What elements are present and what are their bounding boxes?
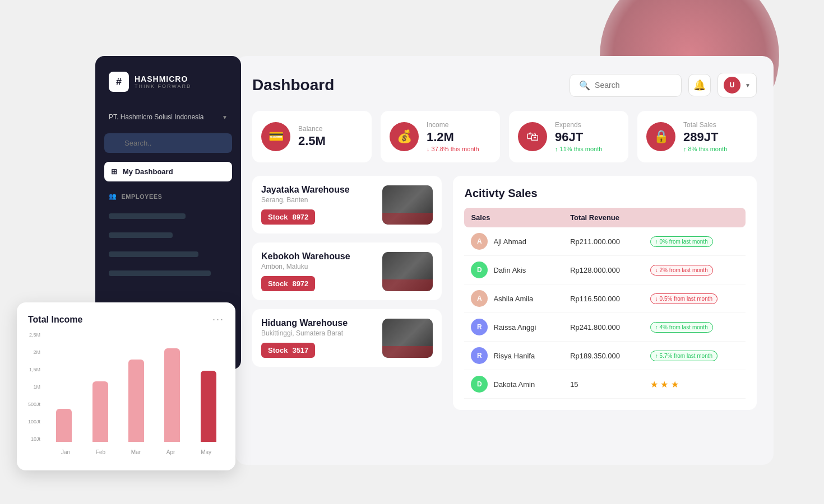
search-bar[interactable]: 🔍 — [570, 74, 682, 97]
section-label: EMPLOYEES — [122, 193, 163, 200]
activity-row: A Ashila Amila Rp116.500.000 ↓ 0.5% from… — [464, 284, 746, 313]
warehouse-location-1: Ambon, Maluku — [261, 263, 373, 270]
chart-bar — [56, 409, 72, 442]
expends-icon: 🛍 — [518, 122, 547, 151]
main-header: Dashboard 🔍 🔔 U ▼ — [252, 73, 757, 97]
person-cell: A Ashila Amila — [471, 290, 557, 307]
activity-row: R Risya Hanifa Rp189.350.000 ↑ 5.7% from… — [464, 342, 746, 370]
total-sales-info: Total Sales 289JT ↑ 8% this month — [683, 121, 727, 152]
sidebar-logo: # HASHMICRO THINK FORWARD — [104, 69, 232, 101]
sidebar-search-wrapper: 🔍 — [104, 133, 232, 153]
chart-bar — [201, 371, 216, 442]
sidebar-placeholder-1 — [109, 213, 186, 219]
revenue-cell: 15 — [563, 370, 644, 399]
star-rating: ★ ★ ★ — [650, 380, 679, 389]
person-cell: D Dafin Akis — [471, 262, 557, 278]
content-grid: Jayataka Warehouse Serang, Banten Stock … — [252, 176, 757, 410]
sidebar-placeholder-3 — [109, 251, 198, 257]
warehouse-info-1: Kebokoh Warehouse Ambon, Maluku Stock 89… — [261, 251, 373, 291]
balance-info: Balance 2.5M — [298, 125, 326, 148]
change-cell: ↑ 0% from last month — [644, 227, 746, 256]
total-sales-change: ↑ 8% this month — [683, 146, 727, 152]
stat-card-total-sales: 🔒 Total Sales 289JT ↑ 8% this month — [637, 111, 757, 162]
stat-card-income: 💰 Income 1.2M ↓ 37.8% this month — [381, 111, 500, 162]
chart-x-label: Feb — [96, 449, 105, 455]
change-badge-up: ↑ 0% from last month — [650, 236, 713, 247]
chevron-down-icon: ▼ — [222, 114, 228, 120]
chart-area: 2,5M2M1,5M1M500Jt100Jt10Jt JanFebMarAprM… — [28, 332, 224, 455]
expends-info: Expends 96JT ↑ 11% this month — [555, 121, 602, 152]
chart-more-icon[interactable]: ··· — [212, 314, 224, 325]
chart-y-label: 500Jt — [28, 402, 40, 407]
balance-value: 2.5M — [298, 134, 326, 148]
search-input[interactable] — [595, 81, 672, 90]
activity-row: D Dakota Amin 15 ★ ★ ★ — [464, 370, 746, 399]
col-revenue: Total Revenue — [563, 208, 644, 227]
chart-y-label: 10Jt — [31, 436, 40, 442]
person-name: Dafin Akis — [493, 266, 526, 274]
person-avatar: D — [471, 376, 488, 393]
user-avatar: U — [724, 77, 740, 94]
chart-x-label: May — [201, 449, 211, 455]
chart-title: Total Income — [28, 315, 83, 325]
person-cell: D Dakota Amin — [471, 376, 557, 393]
person-name: Dakota Amin — [493, 380, 535, 389]
person-cell: A Aji Ahmad — [471, 233, 557, 250]
person-cell: R Risya Hanifa — [471, 347, 557, 364]
chart-bar-group — [156, 332, 188, 442]
change-badge-down: ↓ 2% from last month — [650, 265, 713, 276]
change-cell: ↑ 5.7% from last month — [644, 342, 746, 370]
company-name: PT. Hashmicro Solusi Indonesia — [109, 113, 203, 121]
sidebar-placeholder-2 — [109, 232, 173, 238]
stock-badge-2: Stock 3517 — [261, 343, 315, 358]
stat-card-balance: 💳 Balance 2.5M — [252, 111, 372, 162]
warehouse-card-1: Kebokoh Warehouse Ambon, Maluku Stock 89… — [252, 242, 442, 300]
warehouse-image-1 — [382, 252, 433, 291]
activity-sales-panel: Acitivty Sales Sales Total Revenue A Aji… — [453, 176, 757, 410]
warehouse-location-0: Serang, Banten — [261, 196, 373, 204]
warehouse-image-0 — [382, 185, 433, 225]
change-cell: ↑ 4% from last month — [644, 313, 746, 342]
change-badge-up: ↑ 5.7% from last month — [650, 351, 717, 361]
expends-label: Expends — [555, 121, 602, 129]
stock-badge-1: Stock 8972 — [261, 276, 315, 291]
person-name: Raissa Anggi — [493, 323, 536, 332]
search-icon: 🔍 — [579, 80, 590, 91]
person-avatar: A — [471, 233, 488, 250]
person-cell: R Raissa Anggi — [471, 319, 557, 335]
stat-card-expends: 🛍 Expends 96JT ↑ 11% this month — [509, 111, 628, 162]
warehouse-info-0: Jayataka Warehouse Serang, Banten Stock … — [261, 185, 373, 225]
company-selector[interactable]: PT. Hashmicro Solusi Indonesia ▼ — [104, 110, 232, 124]
sidebar-item-label: My Dashboard — [123, 167, 173, 176]
revenue-cell: Rp211.000.000 — [563, 227, 644, 256]
stock-badge-0: Stock 8972 — [261, 209, 315, 225]
chart-y-label: 100Jt — [28, 419, 40, 424]
change-badge-up: ↑ 4% from last month — [650, 322, 713, 333]
logo-icon: # — [109, 72, 129, 92]
logo-name: HASHMICRO — [135, 74, 192, 83]
person-avatar: R — [471, 319, 488, 335]
header-right: 🔍 🔔 U ▼ — [570, 73, 757, 97]
user-chevron-icon: ▼ — [745, 82, 751, 88]
col-sales: Sales — [464, 208, 563, 227]
sidebar-item-dashboard[interactable]: ⊞ My Dashboard — [104, 162, 232, 181]
chart-bar-group — [193, 332, 224, 442]
change-badge-down: ↓ 0.5% from last month — [650, 293, 717, 304]
chart-bars-wrapper — [48, 332, 224, 442]
chart-header: Total Income ··· — [28, 314, 224, 325]
chart-bar-group — [121, 332, 152, 442]
dashboard-icon: ⊞ — [111, 167, 117, 176]
user-menu-button[interactable]: U ▼ — [717, 73, 757, 97]
activity-title: Acitivty Sales — [464, 187, 746, 200]
person-avatar: A — [471, 290, 488, 307]
change-cell: ★ ★ ★ — [644, 370, 746, 399]
balance-label: Balance — [298, 125, 326, 133]
activity-table: Sales Total Revenue A Aji Ahmad Rp211.00… — [464, 208, 746, 399]
user-initial: U — [730, 81, 735, 89]
col-change — [644, 208, 746, 227]
sidebar-search-input[interactable] — [104, 133, 232, 153]
warehouse-location-2: Bukittinggi, Sumatera Barat — [261, 329, 373, 337]
balance-icon: 💳 — [261, 122, 290, 151]
notification-button[interactable]: 🔔 — [688, 74, 711, 96]
revenue-cell: Rp189.350.000 — [563, 342, 644, 370]
